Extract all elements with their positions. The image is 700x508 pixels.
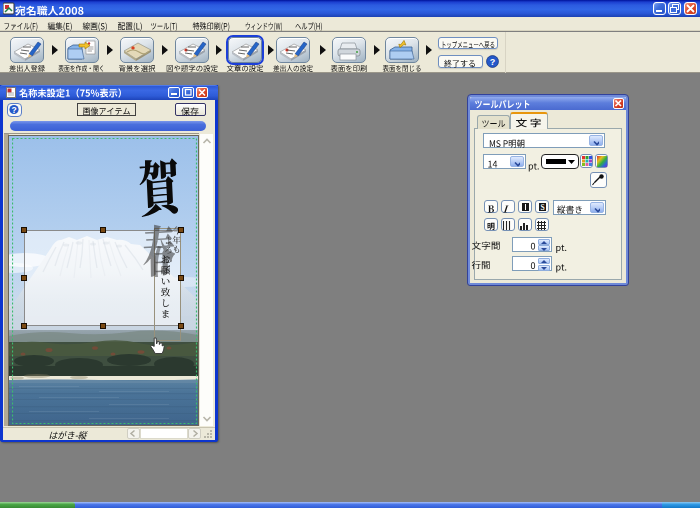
svg-text:?: ?	[490, 57, 496, 67]
svg-text:S: S	[540, 203, 544, 211]
svg-text:?: ?	[11, 105, 16, 115]
